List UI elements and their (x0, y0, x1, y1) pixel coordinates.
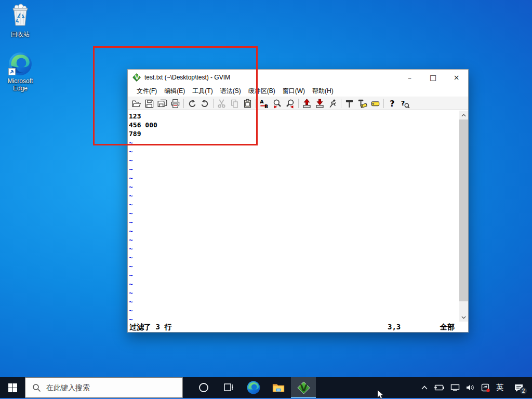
toolbar-separator (383, 99, 384, 108)
tilde-marker: ~ (129, 280, 459, 288)
tilde-marker: ~ (129, 200, 459, 209)
menu-edit[interactable]: 编辑(E) (161, 86, 189, 97)
save-all-icon[interactable] (156, 97, 169, 110)
scrollbar-thumb[interactable] (459, 119, 468, 301)
window-title: test.txt (~\Desktop\test) - GVIM (144, 74, 398, 81)
empty-line-tildes: ~~~~~~~~~~~~~~~~~~~~~ (129, 138, 459, 322)
tilde-marker: ~ (129, 262, 459, 271)
tray-network[interactable] (447, 377, 463, 398)
speaker-icon (466, 384, 475, 391)
run-script-icon[interactable] (326, 97, 339, 110)
taskbar-gvim-button[interactable]: V (291, 377, 316, 398)
close-button[interactable]: × (445, 70, 468, 85)
minimize-button[interactable]: – (398, 70, 421, 85)
edge-icon (247, 381, 260, 394)
scroll-indicator: 全部 (440, 322, 455, 332)
menu-window[interactable]: 窗口(W) (279, 86, 309, 97)
tag-jump-icon[interactable] (369, 97, 382, 110)
tilde-marker: ~ (129, 306, 459, 315)
vertical-scrollbar[interactable] (459, 111, 468, 322)
maximize-button[interactable]: □ (421, 70, 445, 85)
undo-icon[interactable] (185, 97, 198, 110)
app-window-icon (481, 383, 490, 392)
print-icon[interactable] (169, 97, 182, 110)
task-view-icon (223, 382, 234, 393)
tray-ime-indicator[interactable]: 英 (493, 377, 507, 398)
help-icon[interactable]: ? (385, 97, 398, 110)
search-input[interactable] (46, 383, 171, 392)
notification-count-badge: 2 (520, 387, 527, 395)
svg-text:V: V (135, 74, 139, 81)
menu-tools[interactable]: 工具(T) (189, 86, 216, 97)
text-area[interactable]: 123 456 000 789 ~~~~~~~~~~~~~~~~~~~~~ (128, 111, 468, 322)
recycle-bin-icon (4, 3, 37, 29)
shortcut-arrow-badge (8, 68, 16, 75)
copy-icon-disabled (228, 97, 241, 110)
tray-battery[interactable] (431, 377, 447, 398)
battery-icon (434, 384, 444, 391)
status-message: 过滤了 3 行 (129, 322, 171, 332)
tilde-marker: ~ (129, 235, 459, 244)
desktop-icon-recycle-bin[interactable]: 回收站 (4, 3, 37, 38)
taskbar-file-explorer-button[interactable] (266, 377, 291, 398)
gvim-titlebar[interactable]: V test.txt (~\Desktop\test) - GVIM – □ × (128, 70, 468, 85)
taskbar-search[interactable] (25, 377, 183, 398)
tilde-marker: ~ (129, 227, 459, 235)
gvim-statusbar: 过滤了 3 行 3,3 全部 (128, 322, 468, 332)
open-file-icon[interactable] (130, 97, 143, 110)
tilde-marker: ~ (129, 209, 459, 218)
cut-icon-disabled (215, 97, 228, 110)
tilde-marker: ~ (129, 138, 459, 147)
cortana-button[interactable] (191, 377, 216, 398)
task-view-button[interactable] (216, 377, 241, 398)
file-explorer-icon (272, 381, 285, 394)
desktop-icon-microsoft-edge[interactable]: Microsoft Edge (4, 52, 37, 92)
svg-text:?: ? (390, 99, 395, 109)
buffer-line: 123 (129, 112, 459, 121)
find-next-icon[interactable] (271, 97, 284, 110)
find-previous-icon[interactable] (284, 97, 297, 110)
gvim-toolbar: A B (128, 97, 468, 110)
desktop: { "desktop": { "icons": [ { "name": "rec… (0, 0, 532, 399)
start-button[interactable] (0, 377, 25, 398)
tray-volume[interactable] (463, 377, 478, 398)
redo-icon[interactable] (198, 97, 211, 110)
system-tray: 英 2 (418, 377, 532, 398)
tray-app-notification[interactable] (478, 377, 493, 398)
action-center-button[interactable]: 2 (511, 377, 527, 398)
cursor-position: 3,3 (388, 322, 401, 332)
svg-text:B: B (264, 103, 268, 109)
tray-show-hidden-icons[interactable] (418, 377, 431, 398)
tilde-marker: ~ (129, 297, 459, 306)
edge-icon (8, 52, 32, 76)
svg-text:V: V (300, 382, 307, 393)
svg-text:A: A (260, 99, 264, 104)
save-session-icon[interactable] (313, 97, 326, 110)
tilde-marker: ~ (129, 165, 459, 174)
svg-text:?: ? (401, 99, 405, 107)
recycle-bin-label: 回收站 (4, 31, 37, 38)
vim-logo-icon: V (297, 381, 310, 394)
menu-help[interactable]: 帮助(H) (309, 86, 337, 97)
scroll-up-arrow[interactable] (459, 111, 468, 119)
taskbar: V (0, 377, 532, 399)
toolbar-separator (341, 99, 341, 108)
paste-icon[interactable] (241, 97, 254, 110)
taskbar-edge-button[interactable] (241, 377, 266, 398)
find-replace-icon[interactable]: A B (258, 97, 271, 110)
find-help-icon[interactable]: ? (398, 97, 411, 110)
chevron-up-icon (421, 385, 428, 390)
edge-label: Microsoft Edge (4, 77, 37, 92)
save-file-icon[interactable] (143, 97, 156, 110)
tilde-marker: ~ (129, 174, 459, 182)
menu-file[interactable]: 文件(F) (133, 86, 161, 97)
tilde-marker: ~ (129, 191, 459, 200)
menu-syntax[interactable]: 语法(S) (217, 86, 245, 97)
scroll-down-arrow[interactable] (459, 313, 468, 322)
tilde-marker: ~ (129, 315, 459, 322)
make-icon[interactable] (343, 97, 356, 110)
menu-buffers[interactable]: 缓冲区(B) (245, 86, 279, 97)
load-session-icon[interactable] (300, 97, 313, 110)
search-icon (32, 383, 41, 392)
run-ctags-icon[interactable] (356, 97, 369, 110)
